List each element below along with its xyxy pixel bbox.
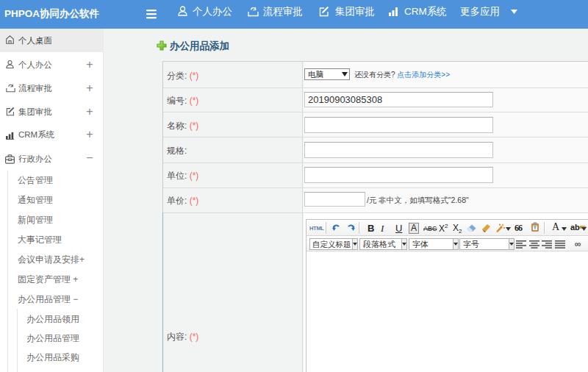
- svg-text:T: T: [534, 226, 537, 230]
